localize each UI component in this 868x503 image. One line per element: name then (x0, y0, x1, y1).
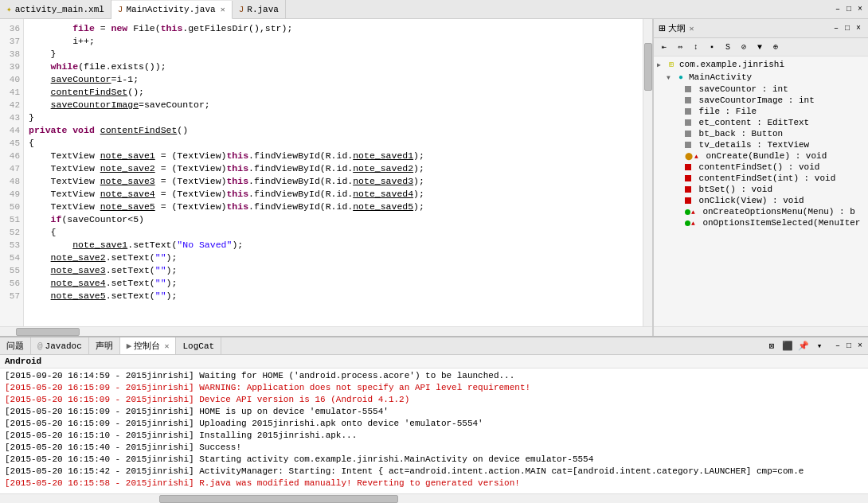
log-line-3: [2015-05-20 16:15:09 - 2015jinrishi] Dev… (5, 394, 863, 406)
tree-item-field-file[interactable]: file : File (654, 106, 868, 117)
outline-header: ⊞ 大纲 ✕ – □ × (654, 19, 868, 38)
xml-file-icon: ✦ (6, 4, 12, 14)
tab-problems[interactable]: 问题 (0, 337, 31, 354)
package-label: com.example.jinrishi (679, 60, 784, 69)
outline-minimize[interactable]: – (831, 23, 841, 33)
tab-console-label: 控制台 (134, 340, 160, 352)
field-label-6: tv_details : TextView (694, 140, 809, 150)
bottom-scrollbar-thumb[interactable] (159, 495, 398, 503)
outline-hide-nonpublic[interactable]: ⊘ (737, 40, 751, 54)
tab-main-activity[interactable]: J MainActivity.java ✕ (111, 1, 233, 19)
outline-maximize[interactable]: □ (843, 23, 852, 33)
method-label-oncreate: onCreate(Bundle) : void (701, 151, 827, 161)
field-icon-2 (685, 97, 691, 103)
close-tab-button[interactable]: ✕ (221, 5, 225, 14)
log-line-7: [2015-05-20 16:15:40 - 2015jinrishi] Suc… (5, 442, 863, 454)
class-icon: ● (675, 72, 686, 83)
bottom-tab-bar: 问题 @ Javadoc 声明 ▶ 控制台 ✕ LogCat ⊠ ⬛ 📌 ▾ –… (0, 337, 868, 355)
tab-declaration[interactable]: 声明 (89, 337, 120, 354)
editor-scrollbar-y[interactable] (643, 19, 652, 326)
main-area: 3637383940 4142434445 4647484950 5152535… (0, 19, 868, 336)
outline-filter[interactable]: ▼ (753, 40, 767, 54)
tree-item-method-contentfindset-int[interactable]: contentFindSet(int) : void (654, 173, 868, 184)
outline-close[interactable]: × (854, 23, 863, 33)
method-icon-btset (685, 186, 691, 193)
class-label: MainActivity (689, 72, 752, 82)
tab-javadoc-label: Javadoc (45, 341, 82, 351)
tab-logcat[interactable]: LogCat (176, 337, 221, 354)
tree-item-method-contentfindset[interactable]: contentFindSet() : void (654, 162, 868, 173)
outline-scrollbar-x[interactable] (654, 326, 868, 336)
outline-tree[interactable]: ▶ ⊞ com.example.jinrishi ▼ ● MainActivit… (654, 57, 868, 326)
class-arrow: ▼ (667, 74, 673, 81)
console-minimize[interactable]: – (833, 341, 843, 351)
tree-item-method-oncreateoptionsmenu[interactable]: ▲ onCreateOptionsMenu(Menu) : b (654, 206, 868, 217)
tree-item-method-onoptionsitemselected[interactable]: ▲ onOptionsItemSelected(MenuIter (654, 217, 868, 228)
tree-item-class[interactable]: ▼ ● MainActivity (654, 71, 868, 84)
tab-main-activity-label: MainActivity.java (126, 5, 215, 14)
outline-toolbar: ⇤ ⇔ ↕ ▪ S ⊘ ▼ ⊕ (654, 38, 868, 57)
outline-sort[interactable]: ↕ (689, 40, 703, 54)
close-console-tab[interactable]: ✕ (164, 341, 169, 351)
tree-item-method-btset[interactable]: btSet() : void (654, 184, 868, 195)
tree-item-field-btback[interactable]: bt_back : Button (654, 128, 868, 139)
console-clear-button[interactable]: ⊠ (764, 339, 779, 353)
tree-item-field-tvdetails[interactable]: tv_details : TextView (654, 139, 868, 150)
log-line-1: [2015-09-20 16:14:59 - 2015jinrishi] Wai… (5, 370, 863, 382)
tab-r-java-label: R.java (247, 5, 279, 14)
bottom-toolbar: ⊠ ⬛ 📌 ▾ – □ × (761, 338, 868, 354)
method-label-onclick: onClick(View) : void (694, 196, 804, 205)
field-label-3: file : File (694, 107, 757, 116)
tab-activity-main[interactable]: ✦ activity_main.xml (0, 0, 111, 18)
editor-scrollbar-x[interactable] (0, 326, 652, 336)
tree-item-method-oncreate[interactable]: ⬤ ▲ onCreate(Bundle) : void (654, 150, 868, 162)
method-icon-contentfindset (685, 164, 691, 170)
tab-console[interactable]: ▶ 控制台 ✕ (120, 337, 177, 354)
outline-hide-fields[interactable]: ▪ (705, 40, 719, 54)
tree-item-field-savecountor[interactable]: saveCountor : int (654, 84, 868, 95)
log-line-4: [2015-05-20 16:15:09 - 2015jinrishi] HOM… (5, 406, 863, 418)
maximize-editor-button[interactable]: □ (844, 4, 854, 14)
console-label: Android (0, 355, 868, 368)
tab-javadoc[interactable]: @ Javadoc (31, 337, 89, 354)
console-dropdown[interactable]: ▾ (812, 339, 827, 353)
tree-item-field-savecountorimage[interactable]: saveCountorImage : int (654, 95, 868, 106)
outline-title-area: ⊞ 大纲 ✕ (659, 21, 694, 35)
field-label-1: saveCountor : int (694, 84, 788, 94)
console-scroll-lock[interactable]: ⬛ (780, 339, 795, 353)
outline-hide-static[interactable]: S (721, 40, 735, 54)
method-label-oncreateoptionsmenu: onCreateOptionsMenu(Menu) : b (698, 207, 855, 216)
tree-item-package[interactable]: ▶ ⊞ com.example.jinrishi (654, 58, 868, 71)
package-icon: ⊞ (666, 59, 677, 70)
close-editor-button[interactable]: × (855, 4, 865, 14)
tab-logcat-label: LogCat (182, 341, 214, 351)
tab-r-java[interactable]: J R.java (233, 0, 286, 18)
method-label-contentfindset: contentFindSet() : void (694, 162, 819, 172)
outline-expand[interactable]: ⊕ (768, 40, 783, 54)
tree-item-method-onclick[interactable]: onClick(View) : void (654, 195, 868, 206)
bottom-scrollbar-x[interactable] (0, 493, 868, 503)
code-content[interactable]: file = new File(this.getFilesDir(),str);… (24, 19, 643, 326)
minimize-editor-button[interactable]: – (833, 4, 843, 14)
console-close[interactable]: × (855, 341, 865, 351)
log-line-9: [2015-05-20 16:15:42 - 2015jinrishi] Act… (5, 466, 863, 478)
outline-window-controls: – □ × (831, 23, 863, 33)
outline-close-tab[interactable]: ✕ (689, 24, 694, 33)
outline-collapse-all[interactable]: ⇤ (657, 40, 671, 54)
method-icon-oncreate: ⬤ ▲ (685, 152, 698, 161)
field-label-5: bt_back : Button (694, 129, 783, 138)
method-icon-oncreateoptionsmenu: ▲ (685, 209, 695, 216)
console-pin[interactable]: 📌 (796, 339, 811, 353)
tab-problems-label: 问题 (6, 340, 24, 352)
outline-icon: ⊞ (659, 21, 665, 35)
outline-panel: ⊞ 大纲 ✕ – □ × ⇤ ⇔ ↕ ▪ S ⊘ ▼ ⊕ ▶ ⊞ (653, 19, 868, 336)
r-java-file-icon: J (239, 5, 244, 14)
tree-item-field-etcontent[interactable]: et_content : EditText (654, 117, 868, 128)
console-output[interactable]: [2015-09-20 16:14:59 - 2015jinrishi] Wai… (0, 368, 868, 493)
java-file-icon: J (118, 5, 123, 14)
method-label-onoptionsitemselected: onOptionsItemSelected(MenuIter (698, 218, 861, 228)
outline-link-editor[interactable]: ⇔ (673, 40, 687, 54)
field-icon-5 (685, 131, 691, 137)
field-icon-6 (685, 142, 691, 148)
console-maximize[interactable]: □ (844, 341, 854, 351)
